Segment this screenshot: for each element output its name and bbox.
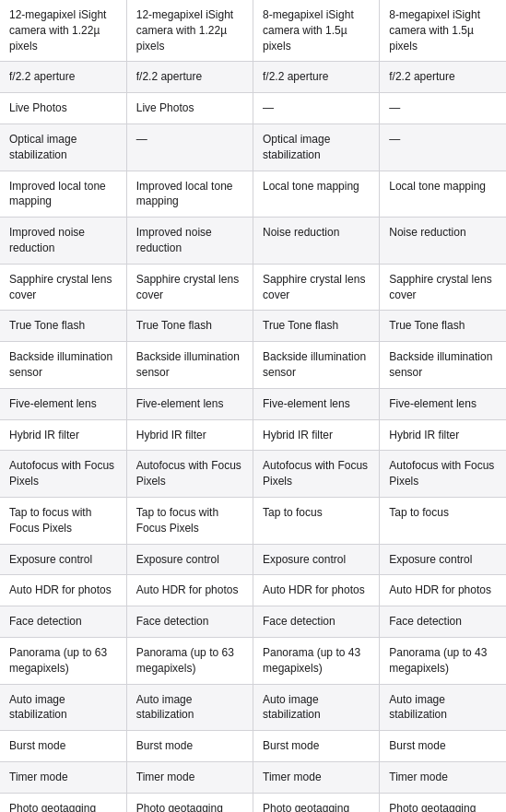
cell-r16-c0: Panorama (up to 63 megapixels) bbox=[0, 637, 126, 684]
table-row: Improved local tone mappingImproved loca… bbox=[0, 171, 506, 218]
cell-r8-c2: Backside illumination sensor bbox=[253, 342, 380, 389]
cell-r11-c3: Autofocus with Focus Pixels bbox=[380, 451, 506, 498]
table-row: Autofocus with Focus PixelsAutofocus wit… bbox=[0, 451, 506, 498]
cell-r5-c1: Improved noise reduction bbox=[126, 218, 253, 265]
table-row: f/2.2 aperturef/2.2 aperturef/2.2 apertu… bbox=[0, 62, 506, 93]
cell-r6-c2: Sapphire crystal lens cover bbox=[253, 264, 380, 311]
cell-r8-c1: Backside illumination sensor bbox=[126, 342, 253, 389]
cell-r17-c1: Auto image stabilization bbox=[126, 684, 253, 731]
cell-r10-c1: Hybrid IR filter bbox=[126, 419, 253, 451]
table-row: Auto image stabilizationAuto image stabi… bbox=[0, 684, 506, 731]
cell-r19-c1: Timer mode bbox=[126, 761, 253, 793]
cell-r5-c2: Noise reduction bbox=[253, 218, 380, 265]
cell-r0-c0: 12-megapixel iSight camera with 1.22µ pi… bbox=[0, 0, 126, 62]
cell-r15-c2: Face detection bbox=[253, 606, 380, 638]
cell-r9-c2: Five-element lens bbox=[253, 388, 380, 419]
cell-r7-c1: True Tone flash bbox=[126, 311, 253, 342]
cell-r8-c3: Backside illumination sensor bbox=[380, 342, 506, 389]
cell-r14-c3: Auto HDR for photos bbox=[380, 575, 506, 606]
comparison-table: 12-megapixel iSight camera with 1.22µ pi… bbox=[0, 0, 506, 812]
table-row: Burst modeBurst modeBurst modeBurst mode bbox=[0, 731, 506, 762]
table-row: Live PhotosLive Photos—— bbox=[0, 93, 506, 124]
cell-r15-c3: Face detection bbox=[380, 606, 506, 638]
cell-r11-c2: Autofocus with Focus Pixels bbox=[253, 451, 380, 498]
table-row: Timer modeTimer modeTimer modeTimer mode bbox=[0, 761, 506, 793]
cell-r2-c0: Live Photos bbox=[0, 93, 126, 124]
cell-r12-c2: Tap to focus bbox=[253, 497, 380, 544]
cell-r18-c0: Burst mode bbox=[0, 731, 126, 762]
cell-r4-c1: Improved local tone mapping bbox=[126, 171, 253, 218]
cell-r14-c0: Auto HDR for photos bbox=[0, 575, 126, 606]
table-row: Exposure controlExposure controlExposure… bbox=[0, 544, 506, 575]
cell-r1-c2: f/2.2 aperture bbox=[253, 62, 380, 93]
cell-r10-c0: Hybrid IR filter bbox=[0, 419, 126, 451]
cell-r15-c1: Face detection bbox=[126, 606, 253, 638]
cell-r3-c3: — bbox=[380, 124, 506, 171]
cell-r5-c3: Noise reduction bbox=[380, 218, 506, 265]
table-row: Hybrid IR filterHybrid IR filterHybrid I… bbox=[0, 419, 506, 451]
cell-r17-c0: Auto image stabilization bbox=[0, 684, 126, 731]
cell-r12-c0: Tap to focus with Focus Pixels bbox=[0, 497, 126, 544]
cell-r18-c3: Burst mode bbox=[380, 731, 506, 762]
cell-r17-c3: Auto image stabilization bbox=[380, 684, 506, 731]
cell-r13-c0: Exposure control bbox=[0, 544, 126, 575]
cell-r0-c1: 12-megapixel iSight camera with 1.22µ pi… bbox=[126, 0, 253, 62]
cell-r14-c2: Auto HDR for photos bbox=[253, 575, 380, 606]
cell-r6-c1: Sapphire crystal lens cover bbox=[126, 264, 253, 311]
cell-r9-c1: Five-element lens bbox=[126, 388, 253, 419]
table-row: True Tone flashTrue Tone flashTrue Tone … bbox=[0, 311, 506, 342]
cell-r19-c3: Timer mode bbox=[380, 761, 506, 793]
cell-r1-c0: f/2.2 aperture bbox=[0, 62, 126, 93]
cell-r3-c1: — bbox=[126, 124, 253, 171]
cell-r7-c0: True Tone flash bbox=[0, 311, 126, 342]
cell-r10-c2: Hybrid IR filter bbox=[253, 419, 380, 451]
cell-r18-c2: Burst mode bbox=[253, 731, 380, 762]
cell-r20-c0: Photo geotagging bbox=[0, 793, 126, 812]
cell-r6-c3: Sapphire crystal lens cover bbox=[380, 264, 506, 311]
cell-r9-c3: Five-element lens bbox=[380, 388, 506, 419]
table-row: Panorama (up to 63 megapixels)Panorama (… bbox=[0, 637, 506, 684]
cell-r2-c2: — bbox=[253, 93, 380, 124]
cell-r7-c3: True Tone flash bbox=[380, 311, 506, 342]
table-row: Backside illumination sensorBackside ill… bbox=[0, 342, 506, 389]
table-row: Sapphire crystal lens coverSapphire crys… bbox=[0, 264, 506, 311]
cell-r19-c2: Timer mode bbox=[253, 761, 380, 793]
cell-r9-c0: Five-element lens bbox=[0, 388, 126, 419]
cell-r15-c0: Face detection bbox=[0, 606, 126, 638]
cell-r3-c2: Optical image stabilization bbox=[253, 124, 380, 171]
table-row: Optical image stabilization—Optical imag… bbox=[0, 124, 506, 171]
cell-r16-c3: Panorama (up to 43 megapixels) bbox=[380, 637, 506, 684]
cell-r20-c3: Photo geotagging bbox=[380, 793, 506, 812]
cell-r18-c1: Burst mode bbox=[126, 731, 253, 762]
cell-r17-c2: Auto image stabilization bbox=[253, 684, 380, 731]
cell-r12-c1: Tap to focus with Focus Pixels bbox=[126, 497, 253, 544]
cell-r2-c3: — bbox=[380, 93, 506, 124]
cell-r20-c2: Photo geotagging bbox=[253, 793, 380, 812]
cell-r16-c1: Panorama (up to 63 megapixels) bbox=[126, 637, 253, 684]
table-row: Five-element lensFive-element lensFive-e… bbox=[0, 388, 506, 419]
cell-r4-c2: Local tone mapping bbox=[253, 171, 380, 218]
cell-r11-c0: Autofocus with Focus Pixels bbox=[0, 451, 126, 498]
table-row: Face detectionFace detectionFace detecti… bbox=[0, 606, 506, 638]
cell-r6-c0: Sapphire crystal lens cover bbox=[0, 264, 126, 311]
cell-r10-c3: Hybrid IR filter bbox=[380, 419, 506, 451]
cell-r13-c1: Exposure control bbox=[126, 544, 253, 575]
cell-r4-c3: Local tone mapping bbox=[380, 171, 506, 218]
table-row: 12-megapixel iSight camera with 1.22µ pi… bbox=[0, 0, 506, 62]
cell-r19-c0: Timer mode bbox=[0, 761, 126, 793]
cell-r16-c2: Panorama (up to 43 megapixels) bbox=[253, 637, 380, 684]
cell-r0-c2: 8-megapixel iSight camera with 1.5µ pixe… bbox=[253, 0, 380, 62]
cell-r12-c3: Tap to focus bbox=[380, 497, 506, 544]
cell-r1-c3: f/2.2 aperture bbox=[380, 62, 506, 93]
cell-r7-c2: True Tone flash bbox=[253, 311, 380, 342]
table-row: Improved noise reductionImproved noise r… bbox=[0, 218, 506, 265]
cell-r1-c1: f/2.2 aperture bbox=[126, 62, 253, 93]
cell-r13-c2: Exposure control bbox=[253, 544, 380, 575]
cell-r20-c1: Photo geotagging bbox=[126, 793, 253, 812]
cell-r14-c1: Auto HDR for photos bbox=[126, 575, 253, 606]
cell-r11-c1: Autofocus with Focus Pixels bbox=[126, 451, 253, 498]
cell-r2-c1: Live Photos bbox=[126, 93, 253, 124]
table-row: Photo geotaggingPhoto geotaggingPhoto ge… bbox=[0, 793, 506, 812]
cell-r13-c3: Exposure control bbox=[380, 544, 506, 575]
cell-r3-c0: Optical image stabilization bbox=[0, 124, 126, 171]
